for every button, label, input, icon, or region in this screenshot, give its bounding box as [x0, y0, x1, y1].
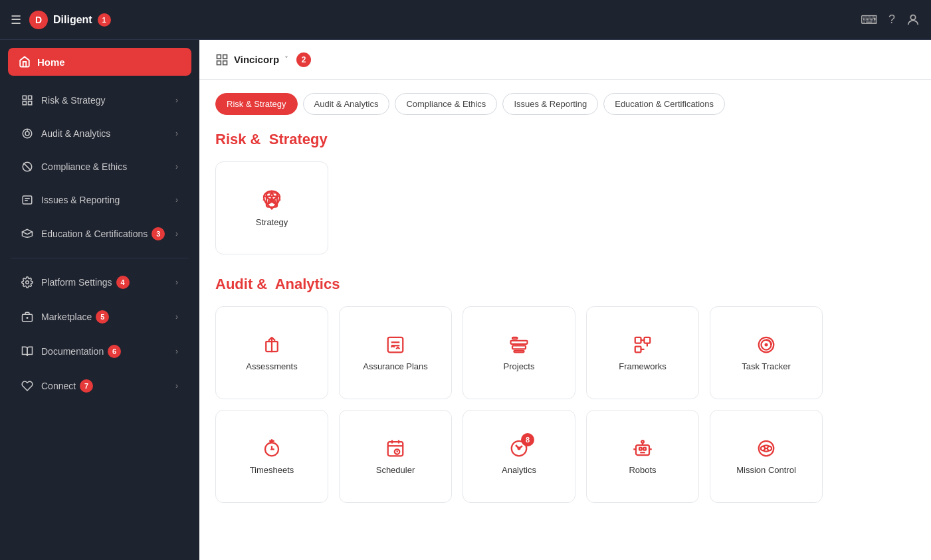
section-title-plain-audit: Audit & [215, 276, 267, 292]
card-strategy-label: Strategy [256, 217, 288, 227]
main-layout: Home Risk & Strategy › Audit & Ana [0, 40, 931, 560]
sidebar-chevron-audit-analytics: › [175, 129, 178, 138]
card-assurance-plans[interactable]: Assurance Plans [339, 306, 452, 399]
tab-risk-strategy[interactable]: Risk & Strategy [215, 93, 298, 115]
section-title-plain-risk: Risk & [215, 131, 260, 147]
svg-rect-17 [217, 54, 221, 58]
svg-line-9 [23, 163, 31, 170]
sidebar-item-connect[interactable]: Connect 7 › [5, 370, 194, 402]
sidebar-chevron-platform-settings: › [175, 278, 178, 287]
section-risk-strategy: Risk & Strategy [199, 126, 931, 270]
timesheets-icon: + [262, 438, 282, 458]
section-title-accent-analytics: Analytics [275, 276, 340, 292]
sidebar-item-home[interactable]: Home [8, 48, 191, 76]
svg-rect-32 [514, 350, 524, 352]
org-chevron-icon[interactable]: ˅ [284, 55, 288, 64]
marketplace-badge: 5 [96, 310, 109, 324]
tab-compliance-ethics[interactable]: Compliance & Ethics [395, 93, 497, 115]
section-title-audit-analytics: Audit & Analytics [215, 276, 915, 293]
sidebar-divider [11, 258, 189, 258]
svg-rect-2 [29, 96, 32, 99]
sidebar-chevron-connect: › [175, 381, 178, 391]
tab-issues-reporting[interactable]: Issues & Reporting [502, 93, 598, 115]
svg-point-60 [761, 446, 765, 450]
help-icon[interactable]: ? [888, 13, 895, 27]
svg-rect-20 [223, 60, 227, 64]
diligent-logo-icon: D [29, 11, 48, 29]
sidebar-item-compliance-ethics[interactable]: Compliance & Ethics › [5, 151, 194, 182]
org-icon [215, 53, 229, 66]
card-scheduler-label: Scheduler [376, 465, 415, 475]
sidebar-item-marketplace[interactable]: Marketplace 5 › [5, 301, 194, 333]
card-mission-control-label: Mission Control [736, 465, 796, 475]
svg-rect-34 [635, 337, 641, 343]
mission-control-icon [756, 438, 776, 458]
card-analytics[interactable]: 8 Analytics [463, 410, 575, 503]
assessments-icon [262, 335, 282, 355]
cards-grid-risk-strategy: Strategy [215, 161, 915, 254]
svg-rect-35 [645, 337, 651, 343]
svg-rect-53 [643, 447, 646, 450]
user-icon[interactable] [906, 13, 920, 27]
sidebar-item-marketplace-label: Marketplace [41, 312, 92, 322]
sidebar-item-risk-strategy[interactable]: Risk & Strategy › [5, 85, 194, 116]
svg-rect-27 [388, 337, 403, 352]
svg-text:+: + [270, 446, 272, 450]
svg-point-56 [641, 440, 644, 443]
robots-icon [633, 438, 653, 458]
section-title-risk-strategy: Risk & Strategy [215, 131, 915, 148]
topbar: ☰ D Diligent 1 ⌨ ? [0, 0, 931, 40]
card-task-tracker[interactable]: Task Tracker [710, 306, 823, 399]
scheduler-icon [385, 438, 405, 458]
section-title-accent-strategy: Strategy [269, 131, 328, 147]
svg-rect-30 [511, 340, 528, 343]
tab-education-certifications[interactable]: Education & Certifications [603, 93, 725, 115]
card-mission-control[interactable]: Mission Control [710, 410, 823, 503]
analytics-badge: 8 [521, 433, 534, 446]
sidebar-item-audit-analytics[interactable]: Audit & Analytics › [5, 118, 194, 149]
keyboard-icon[interactable]: ⌨ [861, 13, 878, 27]
sidebar-chevron-risk-strategy: › [175, 96, 178, 105]
card-robots[interactable]: Robots [586, 410, 699, 503]
sidebar-item-education-certifications[interactable]: Education & Certifications 3 › [5, 218, 194, 250]
logo-area: D Diligent 1 [29, 11, 111, 29]
sidebar-chevron-documentation: › [175, 347, 178, 356]
svg-point-13 [26, 281, 29, 284]
sidebar-chevron-education-certifications: › [175, 229, 178, 238]
sidebar: Home Risk & Strategy › Audit & Ana [0, 40, 199, 560]
hamburger-icon[interactable]: ☰ [11, 13, 21, 27]
svg-rect-19 [217, 60, 221, 64]
sidebar-item-issues-reporting[interactable]: Issues & Reporting › [5, 185, 194, 215]
card-frameworks[interactable]: Frameworks [586, 306, 699, 399]
card-projects[interactable]: Projects [463, 306, 575, 399]
topbar-left: ☰ D Diligent 1 [11, 11, 111, 29]
card-timesheets-label: Timesheets [250, 465, 294, 475]
sidebar-item-education-certifications-label: Education & Certifications [41, 229, 148, 239]
svg-rect-4 [23, 102, 26, 105]
assurance-plans-icon [385, 335, 405, 355]
tab-bar: Risk & Strategy Audit & Analytics Compli… [199, 80, 931, 126]
cards-grid-audit-analytics: Assessments Assurance Plans [215, 306, 915, 503]
svg-point-50 [518, 446, 521, 450]
card-frameworks-label: Frameworks [619, 361, 667, 371]
frameworks-icon [633, 335, 653, 355]
card-assessments[interactable]: Assessments [215, 306, 328, 399]
sidebar-item-platform-settings-label: Platform Settings [41, 277, 112, 288]
svg-point-61 [768, 446, 772, 450]
card-strategy[interactable]: Strategy [215, 161, 328, 254]
card-timesheets[interactable]: + Timesheets [215, 410, 328, 503]
card-robots-label: Robots [629, 465, 656, 475]
platform-settings-badge: 4 [116, 276, 130, 289]
svg-rect-3 [29, 102, 32, 105]
tab-audit-analytics[interactable]: Audit & Analytics [303, 93, 390, 115]
documentation-badge: 6 [108, 345, 121, 358]
org-bar: Vincicorp ˅ 2 [199, 40, 931, 80]
card-projects-label: Projects [504, 361, 535, 371]
sidebar-chevron-compliance-ethics: › [175, 162, 178, 171]
projects-icon [509, 335, 529, 355]
card-task-tracker-label: Task Tracker [742, 361, 791, 371]
sidebar-item-documentation[interactable]: Documentation 6 › [5, 335, 194, 367]
card-assessments-label: Assessments [246, 361, 297, 371]
sidebar-item-platform-settings[interactable]: Platform Settings 4 › [5, 266, 194, 298]
card-scheduler[interactable]: Scheduler [339, 410, 452, 503]
